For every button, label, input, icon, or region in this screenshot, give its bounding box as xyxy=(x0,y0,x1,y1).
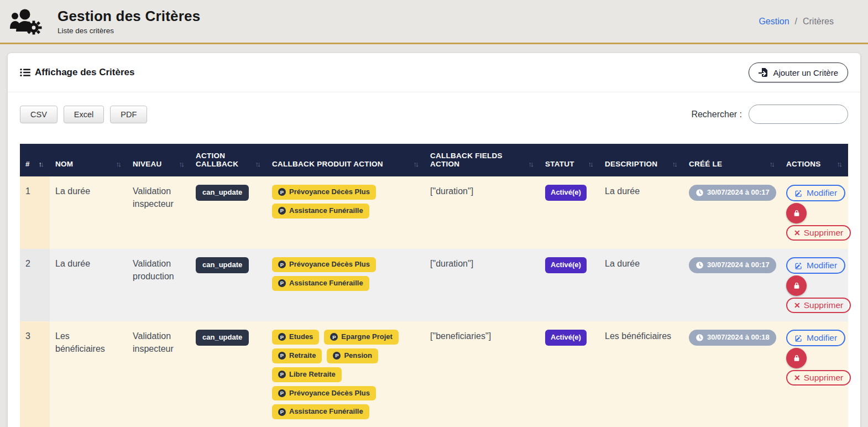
cell-num: 3 xyxy=(20,321,50,427)
product-p-icon: P xyxy=(278,279,286,287)
search-area: Rechercher : xyxy=(691,105,848,124)
column-header-statut[interactable]: STATUT↑↓ xyxy=(540,144,599,176)
cell-num: 2 xyxy=(20,249,50,321)
export-csv-button[interactable]: CSV xyxy=(20,106,57,123)
cell-nom: La durée xyxy=(50,249,127,321)
page-content: Affichage des Critères Ajouter un Critèr… xyxy=(0,44,868,427)
lock-icon xyxy=(793,354,801,362)
cell-fields: ["beneficiaries"] xyxy=(425,321,540,427)
add-criterion-button[interactable]: Ajouter un Critère xyxy=(749,63,848,82)
column-header-niveau[interactable]: NIVEAU↑↓ xyxy=(127,144,190,176)
sort-icon: ↑↓ xyxy=(38,160,44,168)
modifier-button[interactable]: Modifier xyxy=(786,330,845,346)
column-header-callback-produit-action[interactable]: CALLBACK PRODUIT ACTION↑↓ xyxy=(266,144,425,176)
created-date-badge: 30/07/2024 à 00:17 xyxy=(689,257,776,273)
cell-action-callback: can_update xyxy=(190,176,266,249)
callback-badge: can_update xyxy=(196,330,249,346)
product-badge: PAssistance Funéraille xyxy=(272,204,369,218)
cell-niveau: Validation inspecteur xyxy=(127,321,190,427)
breadcrumb-link-gestion[interactable]: Gestion xyxy=(759,17,789,27)
lock-button[interactable] xyxy=(786,203,807,223)
product-badge: PPension xyxy=(327,348,378,363)
search-label: Rechercher : xyxy=(691,110,742,119)
supprimer-button[interactable]: ✕ Supprimer xyxy=(786,225,851,241)
sort-icon: ↑↓ xyxy=(413,160,419,168)
cell-description: Les bénéficiaires xyxy=(599,321,683,427)
cell-fields: ["duration"] xyxy=(425,249,540,321)
product-badge: PRetraite xyxy=(272,348,322,363)
breadcrumb: Gestion / Critères xyxy=(759,17,834,27)
status-badge: Activé(e) xyxy=(545,257,587,273)
product-p-icon: P xyxy=(278,207,286,215)
edit-icon xyxy=(794,262,803,270)
column-header-description[interactable]: DESCRIPTION↑↓ xyxy=(599,144,683,176)
product-badge: PLibre Retraite xyxy=(272,367,342,382)
export-buttons: CSV Excel PDF xyxy=(20,106,147,123)
clock-icon xyxy=(696,261,704,269)
column-header-cree-le[interactable]: CRÉÉ LE↑↓ xyxy=(683,144,781,176)
file-import-icon xyxy=(759,67,768,77)
status-badge: Activé(e) xyxy=(545,185,587,201)
product-badge: PPrévoyance Décès Plus xyxy=(272,386,376,401)
cell-num: 1 xyxy=(20,176,50,249)
product-badge: PEtudes xyxy=(272,330,319,345)
cell-niveau: Validation production xyxy=(127,249,190,321)
cell-produits: PPrévoyance Décès PlusPAssistance Funéra… xyxy=(266,176,425,249)
column-header-callback-fields-action[interactable]: CALLBACK FIELDS ACTION↑↓ xyxy=(425,144,540,176)
cell-produits: PEtudesPEpargne ProjetPRetraitePPensionP… xyxy=(266,321,425,427)
export-excel-button[interactable]: Excel xyxy=(64,106,104,123)
table-toolbar: CSV Excel PDF Rechercher : xyxy=(20,105,848,124)
cell-description: La durée xyxy=(599,176,683,249)
x-icon: ✕ xyxy=(794,373,801,382)
callback-badge: can_update xyxy=(196,185,249,201)
sort-icon: ↑↓ xyxy=(179,160,185,168)
product-badge: PAssistance Funéraille xyxy=(272,276,369,291)
cell-nom: La durée xyxy=(50,176,127,249)
column-header-num[interactable]: #↑↓ xyxy=(20,144,50,176)
cell-description: La durée xyxy=(599,249,683,321)
supprimer-button[interactable]: ✕ Supprimer xyxy=(786,370,851,386)
column-header-actions[interactable]: ACTIONS↑↓ xyxy=(781,144,848,176)
breadcrumb-separator: / xyxy=(795,17,797,27)
cell-cree-le: 30/07/2024 à 00:17 xyxy=(683,249,781,321)
table-header-row: #↑↓ NOM↑↓ NIVEAU↑↓ ACTION CALLBACK↑↓ CAL… xyxy=(20,144,848,176)
modifier-button[interactable]: Modifier xyxy=(786,185,845,201)
cell-action-callback: can_update xyxy=(190,249,266,321)
supprimer-button[interactable]: ✕ Supprimer xyxy=(786,298,851,313)
criteria-card: Affichage des Critères Ajouter un Critèr… xyxy=(8,53,860,427)
product-p-icon: P xyxy=(278,408,286,416)
table-row: 3 Les bénéficiaires Validation inspecteu… xyxy=(20,321,848,427)
cell-statut: Activé(e) xyxy=(540,321,599,427)
column-header-action-callback[interactable]: ACTION CALLBACK↑↓ xyxy=(190,144,266,176)
export-pdf-button[interactable]: PDF xyxy=(110,106,147,123)
product-badge: PEpargne Projet xyxy=(324,330,398,345)
x-icon: ✕ xyxy=(794,228,801,237)
cell-actions: Modifier ✕ Supprimer xyxy=(781,176,848,249)
card-title-label: Affichage des Critères xyxy=(35,67,134,78)
lock-icon xyxy=(793,282,801,290)
sort-icon: ↑↓ xyxy=(836,160,843,168)
edit-icon xyxy=(794,334,803,342)
sort-icon: ↑↓ xyxy=(769,160,775,168)
edit-icon xyxy=(794,189,803,197)
add-criterion-label: Ajouter un Critère xyxy=(773,68,838,77)
modifier-button[interactable]: Modifier xyxy=(786,257,845,274)
lock-button[interactable] xyxy=(786,275,807,296)
cell-statut: Activé(e) xyxy=(540,249,599,321)
card-title: Affichage des Critères xyxy=(20,67,134,78)
search-input[interactable] xyxy=(749,105,848,124)
clock-icon xyxy=(696,189,704,197)
product-badge: PPrévoyance Décès Plus xyxy=(272,185,376,200)
cell-action-callback: can_update xyxy=(190,321,266,427)
lock-button[interactable] xyxy=(786,348,807,368)
x-icon: ✕ xyxy=(794,301,801,310)
product-badge: PPrévoyance Décès Plus xyxy=(272,257,376,272)
column-header-nom[interactable]: NOM↑↓ xyxy=(50,144,127,176)
sort-icon: ↑↓ xyxy=(528,160,534,168)
table-row: 1 La durée Validation inspecteur can_upd… xyxy=(20,176,848,249)
status-badge: Activé(e) xyxy=(545,330,587,346)
page-subtitle: Liste des critères xyxy=(57,27,200,35)
product-p-icon: P xyxy=(278,188,286,196)
cell-produits: PPrévoyance Décès PlusPAssistance Funéra… xyxy=(266,249,425,321)
criteria-table: #↑↓ NOM↑↓ NIVEAU↑↓ ACTION CALLBACK↑↓ CAL… xyxy=(20,144,848,427)
